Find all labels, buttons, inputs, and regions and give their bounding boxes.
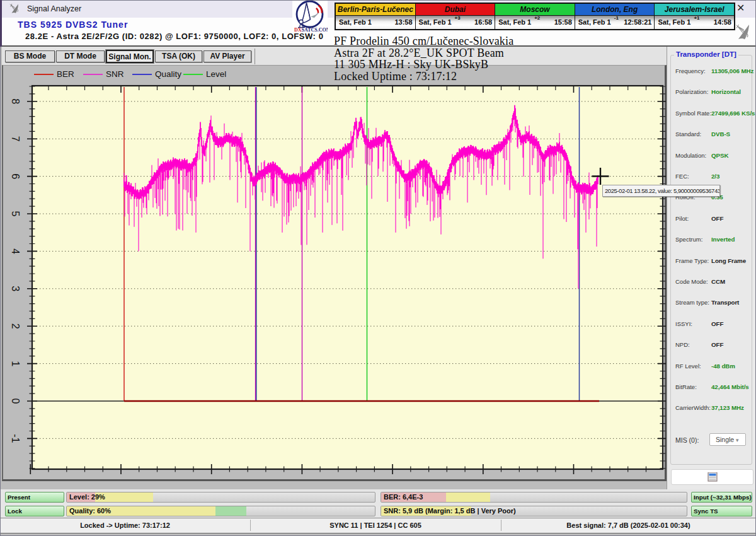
svg-text:3: 3: [10, 286, 21, 291]
svg-text:2: 2: [10, 323, 21, 329]
svg-text:7: 7: [10, 136, 21, 142]
svg-text:6: 6: [10, 173, 21, 179]
svg-text:8: 8: [10, 98, 21, 104]
svg-text:SATCS.COM: SATCS.COM: [302, 27, 328, 33]
svg-text:1: 1: [10, 361, 21, 366]
svg-text:DX: DX: [294, 27, 302, 33]
svg-text:-1: -1: [10, 434, 21, 443]
svg-text:4: 4: [10, 248, 21, 254]
svg-text:0: 0: [10, 399, 21, 404]
svg-text:5: 5: [10, 211, 21, 217]
